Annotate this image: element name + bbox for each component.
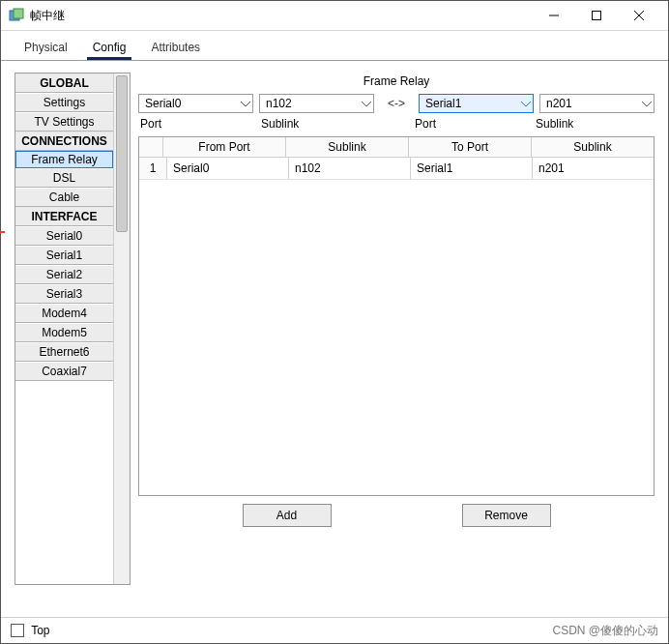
main-panel: Frame Relay Serial0 n102 <-> Serial1 (138, 73, 654, 609)
to-sublink-value: n201 (546, 97, 572, 110)
watermark: CSDN @傻傻的心动 (552, 623, 658, 639)
label-sublink-right: Sublink (534, 117, 654, 131)
sidebar-item[interactable]: Serial1 (15, 246, 113, 265)
tabstrip: Physical Config Attributes (1, 31, 668, 61)
cell-to-port: Serial1 (411, 158, 533, 179)
col-sublink-b: Sublink (532, 137, 654, 157)
window-minimize-button[interactable] (533, 2, 575, 29)
sidebar-item[interactable]: Modem4 (15, 304, 113, 323)
top-checkbox[interactable] (11, 624, 24, 637)
to-port-value: Serial1 (425, 97, 461, 110)
from-sublink-select[interactable]: n102 (259, 94, 374, 113)
cell-from-port: Serial0 (167, 158, 289, 179)
sidebar-item[interactable]: TV Settings (15, 112, 113, 132)
sidebar-item[interactable]: Modem5 (15, 323, 113, 342)
tab-physical[interactable]: Physical (18, 37, 73, 60)
chevron-down-icon (521, 97, 531, 110)
remove-button[interactable]: Remove (462, 504, 551, 527)
sidebar-item[interactable]: Ethernet6 (15, 342, 113, 362)
col-sublink-a: Sublink (286, 137, 409, 157)
from-port-value: Serial0 (145, 97, 181, 110)
bidirectional-label: <-> (380, 97, 413, 110)
tab-attributes[interactable]: Attributes (145, 37, 206, 60)
sidebar-header: INTERFACE (15, 207, 113, 226)
table-row[interactable]: 1Serial0n102Serial1n201 (139, 158, 654, 180)
sidebar-item[interactable]: Cable (15, 188, 113, 207)
window-close-button[interactable] (618, 2, 660, 29)
cell-sublink-b: n201 (533, 158, 654, 179)
sidebar-item[interactable]: DSL (15, 168, 113, 188)
sidebar-item[interactable]: Serial3 (15, 284, 113, 304)
to-port-select[interactable]: Serial1 (419, 94, 534, 113)
add-button[interactable]: Add (243, 504, 332, 527)
top-checkbox-label: Top (31, 624, 49, 637)
chevron-down-icon (241, 97, 250, 110)
app-icon (9, 8, 24, 23)
sidebar-item[interactable]: Frame Relay (15, 151, 113, 168)
panel-heading: Frame Relay (138, 73, 654, 94)
top-checkbox-wrap[interactable]: Top (11, 624, 49, 638)
cell-sublink-a: n102 (289, 158, 411, 179)
selector-labels: Port Sublink Port Sublink (138, 117, 654, 131)
sidebar-item[interactable]: Serial2 (15, 265, 113, 284)
tab-config[interactable]: Config (87, 37, 132, 60)
table-empty-area[interactable] (139, 180, 654, 495)
cell-index: 1 (139, 158, 167, 179)
sidebar-item[interactable]: Serial0 (15, 226, 113, 246)
window: 帧中继 Physical Config Attributes GLOBALSet… (0, 0, 669, 644)
svg-rect-3 (593, 12, 601, 20)
sidebar-header: CONNECTIONS (15, 132, 113, 151)
label-sublink-left: Sublink (259, 117, 380, 131)
annotation-mark (0, 231, 5, 233)
body: GLOBALSettingsTV SettingsCONNECTIONSFram… (1, 61, 668, 617)
sidebar-header: GLOBAL (15, 73, 113, 93)
label-port-right: Port (413, 117, 534, 131)
sidebar: GLOBALSettingsTV SettingsCONNECTIONSFram… (15, 73, 131, 585)
action-row: Add Remove (138, 496, 654, 535)
statusbar: Top CSDN @傻傻的心动 (1, 617, 668, 643)
table-header: From Port Sublink To Port Sublink (139, 137, 654, 158)
col-from-port: From Port (163, 137, 286, 157)
col-index (139, 137, 163, 157)
svg-rect-1 (14, 9, 23, 18)
from-port-select[interactable]: Serial0 (138, 94, 253, 113)
sidebar-item[interactable]: Coaxial7 (15, 362, 113, 381)
mapping-table: From Port Sublink To Port Sublink 1Seria… (138, 136, 654, 496)
titlebar: 帧中继 (1, 1, 668, 31)
sidebar-item[interactable]: Settings (15, 93, 113, 112)
chevron-down-icon (362, 97, 371, 110)
col-to-port: To Port (409, 137, 532, 157)
to-sublink-select[interactable]: n201 (539, 94, 654, 113)
window-title: 帧中继 (30, 8, 65, 24)
sidebar-scrollbar[interactable] (113, 73, 130, 584)
label-port-left: Port (138, 117, 259, 131)
chevron-down-icon (642, 97, 652, 110)
scrollbar-thumb[interactable] (116, 75, 128, 232)
from-sublink-value: n102 (266, 97, 292, 110)
mapping-selectors: Serial0 n102 <-> Serial1 (138, 94, 654, 113)
window-maximize-button[interactable] (575, 2, 618, 29)
